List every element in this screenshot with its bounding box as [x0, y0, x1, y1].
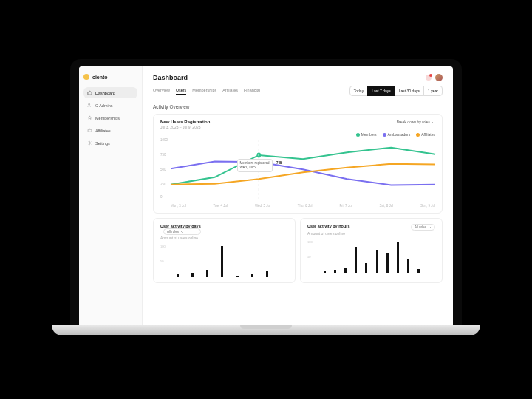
plot-area: [169, 243, 288, 277]
legend-swatch: [383, 133, 386, 137]
y-tick: 100: [307, 240, 313, 244]
bar: [191, 273, 194, 277]
chart-title: New Users Registration: [160, 120, 210, 124]
bar: [365, 263, 367, 273]
roles-filter[interactable]: All roles: [411, 224, 435, 231]
range-7d[interactable]: Last 7 days: [367, 86, 395, 96]
chevron-down-icon: [428, 225, 432, 229]
chevron-down-icon: [180, 230, 184, 233]
small-chart-title: User activity by days: [160, 224, 201, 228]
bar: [206, 270, 208, 277]
chart-date-range: Jul 3, 2023 – Jul 9, 2023: [160, 125, 210, 129]
bar: [221, 246, 223, 277]
sidebar: ciento Dashboard C Admins Memberships: [79, 66, 143, 325]
x-tick: Sun, 9 Jul: [420, 204, 435, 208]
range-30d[interactable]: Last 30 days: [395, 86, 424, 96]
plot-area: [316, 239, 435, 273]
x-tick: Mon, 3 Jul: [171, 204, 186, 208]
svg-point-2: [89, 143, 91, 144]
breakdown-toggle[interactable]: Break down by roles: [397, 120, 435, 124]
svg-point-0: [89, 103, 90, 105]
legend-swatch: [416, 133, 420, 137]
bar: [236, 276, 239, 277]
bar: [344, 268, 347, 273]
brand[interactable]: ciento: [83, 74, 137, 80]
bar: [266, 271, 268, 277]
y-tick: 100: [160, 245, 166, 248]
laptop-notch: [236, 59, 296, 66]
range-today[interactable]: Today: [349, 86, 368, 96]
main: Dashboard Overview Users Memberships Aff…: [143, 66, 453, 325]
sidebar-item-label: Dashboard: [95, 91, 115, 95]
content-tabs: Overview Users Memberships Affiliates Fi…: [153, 88, 260, 95]
tab-financial[interactable]: Financial: [244, 88, 260, 95]
line-chart: 1000 750 500 250 0 Members registered We…: [160, 140, 435, 208]
svg-point-4: [258, 153, 261, 157]
laptop-frame: ciento Dashboard C Admins Memberships: [70, 59, 462, 325]
sidebar-item-admins[interactable]: C Admins: [83, 100, 137, 111]
users-icon: [87, 103, 92, 108]
x-tick: Thu, 6 Jul: [298, 204, 313, 208]
bar: [334, 270, 336, 273]
section-title: Activity Overview: [153, 104, 443, 109]
y-tick: 250: [160, 183, 166, 186]
bar-chart: 100 50: [307, 239, 435, 273]
sidebar-item-affiliates[interactable]: Affiliates: [83, 125, 137, 136]
tab-users[interactable]: Users: [176, 88, 186, 95]
y-tick: 500: [160, 168, 166, 171]
laptop-deck: [52, 325, 480, 335]
tooltip-date: Wed, Jul 5: [240, 166, 270, 170]
activity-hours-card: User activity by hours All roles Amount …: [300, 218, 443, 283]
small-chart-subtitle: Amount of users online: [160, 236, 288, 240]
page-title: Dashboard: [153, 74, 188, 81]
legend-swatch: [356, 133, 360, 137]
sidebar-item-label: Affiliates: [95, 129, 111, 133]
x-tick: Wed, 5 Jul: [255, 204, 270, 208]
bar: [407, 259, 409, 273]
legend-label: Ambassadors: [388, 132, 411, 137]
svg-rect-1: [88, 129, 92, 132]
tooltip-label: Members registered: [240, 161, 270, 166]
sidebar-item-dashboard[interactable]: Dashboard: [83, 87, 137, 98]
briefcase-icon: [87, 128, 92, 133]
tab-affiliates[interactable]: Affiliates: [222, 88, 238, 95]
notification-icon[interactable]: [426, 75, 432, 81]
x-tick: Fri, 7 Jul: [339, 204, 352, 208]
roles-filter[interactable]: All roles: [163, 228, 201, 235]
sidebar-item-settings[interactable]: Settings: [83, 137, 137, 149]
registration-chart-card: New Users Registration Jul 3, 2023 – Jul…: [153, 114, 443, 214]
sidebar-item-label: Settings: [95, 141, 110, 146]
tooltip-value: 745: [276, 161, 282, 166]
small-chart-title: User activity by hours: [307, 224, 349, 228]
activity-days-card: User activity by days All roles Amount o…: [153, 218, 296, 283]
range-1y[interactable]: 1 year: [423, 86, 443, 96]
chart-legend: Members Ambassadors Affiliates: [160, 132, 435, 137]
chevron-down-icon: [432, 120, 435, 124]
bar-chart: 100 50: [160, 243, 288, 277]
y-tick: 1000: [160, 138, 168, 142]
tab-memberships[interactable]: Memberships: [192, 88, 216, 95]
bar: [177, 274, 179, 277]
bar: [355, 247, 357, 273]
breakdown-label: Break down by roles: [397, 120, 430, 124]
small-chart-subtitle: Amount of users online: [307, 231, 435, 236]
x-axis: Mon, 3 Jul Tue, 4 Jul Wed, 5 Jul Thu, 6 …: [171, 204, 435, 208]
sidebar-item-label: C Admins: [95, 103, 113, 108]
sidebar-item-memberships[interactable]: Memberships: [83, 112, 137, 123]
plot-area: Members registered Wed, Jul 5 745: [171, 140, 435, 200]
bar: [386, 253, 389, 273]
y-tick: 0: [160, 195, 163, 199]
bar: [376, 250, 378, 273]
tab-overview[interactable]: Overview: [153, 88, 170, 95]
bar: [417, 269, 420, 273]
legend-label: Affiliates: [421, 132, 435, 137]
chart-tooltip: Members registered Wed, Jul 5 745: [237, 159, 273, 172]
laptop-bezel: ciento Dashboard C Admins Memberships: [70, 59, 462, 325]
bar: [251, 274, 253, 277]
bar: [324, 271, 326, 273]
gear-icon: [87, 140, 92, 146]
app-screen: ciento Dashboard C Admins Memberships: [79, 66, 453, 325]
avatar[interactable]: [435, 74, 443, 81]
bar: [397, 242, 399, 273]
x-tick: Sat, 8 Jul: [379, 204, 393, 208]
